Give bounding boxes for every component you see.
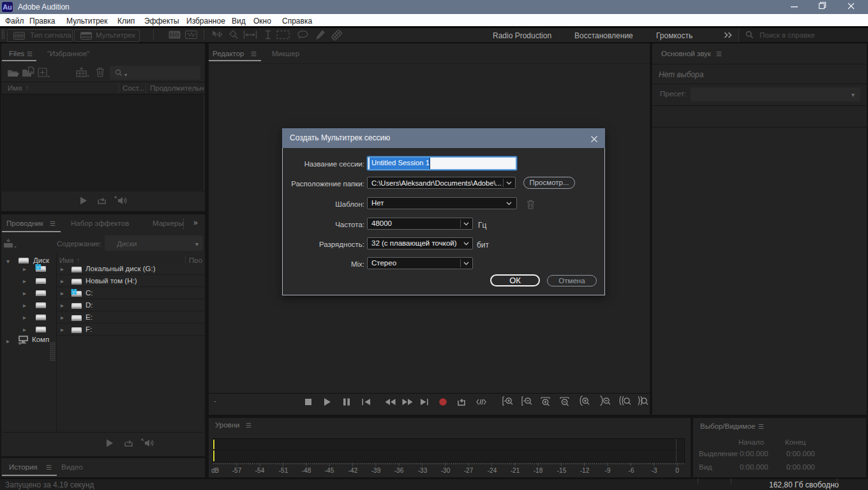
svg-text:-6: -6 — [629, 467, 634, 474]
svg-text:-48: -48 — [302, 467, 311, 474]
svg-text:-57: -57 — [232, 467, 242, 474]
svg-text:-21: -21 — [511, 467, 520, 474]
svg-text:-54: -54 — [255, 467, 265, 474]
svg-text:-24: -24 — [488, 467, 497, 474]
svg-text:-27: -27 — [464, 467, 474, 474]
svg-text:-36: -36 — [394, 467, 404, 474]
svg-text:-33: -33 — [418, 467, 428, 474]
svg-text:-18: -18 — [534, 467, 543, 474]
svg-text:-30: -30 — [441, 467, 451, 474]
svg-text:dB: dB — [211, 467, 220, 474]
svg-text:-12: -12 — [580, 467, 590, 474]
svg-text:-15: -15 — [557, 467, 567, 474]
svg-text:-51: -51 — [279, 467, 288, 474]
svg-text:-45: -45 — [325, 467, 334, 474]
svg-text:-3: -3 — [652, 467, 657, 474]
svg-text:-42: -42 — [348, 467, 358, 474]
svg-text:0: 0 — [675, 467, 679, 474]
svg-text:-9: -9 — [605, 467, 611, 474]
svg-text:-39: -39 — [371, 467, 381, 474]
